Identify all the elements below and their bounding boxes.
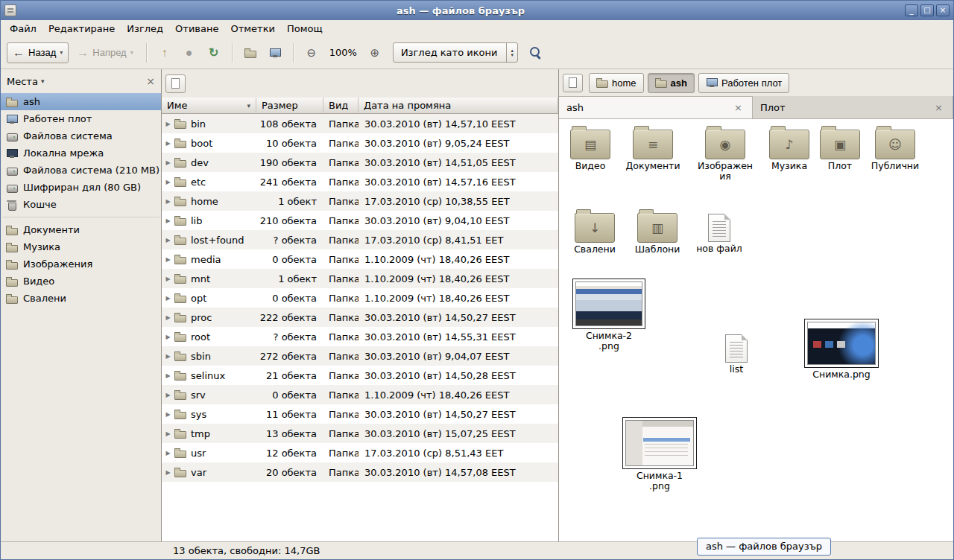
expander-icon[interactable]: ▶ <box>164 121 172 127</box>
expander-icon[interactable]: ▶ <box>164 217 172 224</box>
expander-icon[interactable]: ▶ <box>164 392 172 398</box>
column-header-date[interactable]: Дата на промяна <box>358 98 558 114</box>
sidebar-item-filesystem[interactable]: Файлова система <box>1 127 161 144</box>
back-button[interactable]: ← Назад ▾ <box>7 42 69 63</box>
icon-item-pictures[interactable]: ◉Изображения <box>694 125 756 182</box>
icon-item-public[interactable]: ☺Публични <box>864 125 926 171</box>
sidebar-item-downloads[interactable]: Свалени <box>1 290 161 307</box>
expander-icon[interactable]: ▶ <box>164 140 172 147</box>
menu-item-file[interactable]: Файл <box>4 22 42 36</box>
menu-item-bookmarks[interactable]: Отметки <box>224 22 280 36</box>
table-row[interactable]: ▶sbin272 обектаПапка30.03.2010 (вт) 9,04… <box>162 346 558 366</box>
minimize-button[interactable]: _ <box>905 4 918 16</box>
search-button[interactable] <box>525 42 547 64</box>
expander-icon[interactable]: ▶ <box>164 469 172 476</box>
expander-icon[interactable]: ▶ <box>164 334 172 340</box>
sidebar-item-filesystem-210mb[interactable]: Файлова система (210 MB) <box>1 162 161 179</box>
expander-icon[interactable]: ▶ <box>164 237 172 244</box>
table-row[interactable]: ▶lib210 обектаПапка30.03.2010 (вт) 9,04,… <box>162 211 558 230</box>
sidebar-item-local-network[interactable]: Локална мрежа <box>1 144 161 162</box>
table-row[interactable]: ▶boot10 обектаПапка30.03.2010 (вт) 9,05,… <box>162 133 558 153</box>
table-row[interactable]: ▶tmp13 обектаПапка30.03.2010 (вт) 15,07,… <box>162 424 558 443</box>
menu-item-edit[interactable]: Редактиране <box>42 22 121 36</box>
sidebar-item-trash[interactable]: Кошче <box>1 196 161 213</box>
table-row[interactable]: ▶var20 обектаПапка30.03.2010 (вт) 14,57,… <box>162 462 558 482</box>
tab-close-icon[interactable]: × <box>932 102 945 113</box>
table-row[interactable]: ▶etc241 обектаПапка30.03.2010 (вт) 14,57… <box>162 172 558 191</box>
icon-item-snimka-2[interactable]: Снимка-2.png <box>571 279 647 352</box>
icon-item-downloads[interactable]: ↓Свалени <box>563 209 626 255</box>
icon-canvas[interactable]: ▤Видео≡Документи◉Изображения♪Музика▣Плот… <box>559 119 953 541</box>
breadcrumb-home[interactable]: home <box>589 73 644 93</box>
chevron-down-icon[interactable]: ▾ <box>41 77 45 85</box>
zoom-out-button[interactable]: ⊖ <box>300 42 323 64</box>
table-row[interactable]: ▶home1 обектПапка17.03.2010 (ср) 10,38,5… <box>162 191 558 211</box>
icon-item-templates[interactable]: ▥Шаблони <box>626 209 689 255</box>
icon-item-video[interactable]: ▤Видео <box>559 125 622 171</box>
icon-item-new-file[interactable]: нов файл <box>688 209 751 254</box>
forward-button[interactable]: → Напред ▾ <box>71 42 139 63</box>
pane-options-button[interactable] <box>165 74 186 93</box>
sidebar-item-pictures[interactable]: Изображения <box>1 255 161 273</box>
expander-icon[interactable]: ▶ <box>164 450 172 456</box>
table-row[interactable]: ▶srv0 обектаПапка1.10.2009 (чт) 18,40,26… <box>162 385 558 404</box>
table-row[interactable]: ▶root? обектаПапка30.03.2010 (вт) 14,55,… <box>162 327 558 346</box>
table-row[interactable]: ▶mnt1 обектПапка1.10.2009 (чт) 18,40,26 … <box>162 269 558 288</box>
expander-icon[interactable]: ▶ <box>164 295 172 302</box>
table-row[interactable]: ▶sys11 обектаПапка30.03.2010 (вт) 14,50,… <box>162 404 558 424</box>
expander-icon[interactable]: ▶ <box>164 256 172 263</box>
column-header-type[interactable]: Вид <box>323 98 358 114</box>
table-row[interactable]: ▶usr12 обектаПапка17.03.2010 (ср) 8,51,4… <box>162 443 558 462</box>
sidebar-close-icon[interactable]: × <box>146 75 155 87</box>
sidebar-item-documents[interactable]: Документи <box>1 221 161 238</box>
sidebar-item-encrypted-80gb[interactable]: Шифриран дял (80 GB) <box>1 179 161 196</box>
expander-icon[interactable]: ▶ <box>164 372 172 379</box>
expander-icon[interactable]: ▶ <box>164 198 172 205</box>
breadcrumb-ash[interactable]: ash <box>648 73 695 93</box>
icon-item-snimka[interactable]: Снимка.png <box>802 319 881 380</box>
sidebar-item-desktop[interactable]: Работен плот <box>1 110 161 127</box>
table-row[interactable]: ▶media0 обектаПапка1.10.2009 (чт) 18,40,… <box>162 249 558 269</box>
column-header-size[interactable]: Размер <box>256 98 323 114</box>
tab-ash[interactable]: ash× <box>559 96 753 118</box>
sidebar-item-ash[interactable]: ash <box>1 93 161 110</box>
maximize-button[interactable]: □ <box>920 4 934 16</box>
icon-item-list[interactable]: list <box>705 329 768 375</box>
expander-icon[interactable]: ▶ <box>164 276 172 282</box>
expander-icon[interactable]: ▶ <box>164 159 172 166</box>
table-row[interactable]: ▶dev190 обектаПапка30.03.2010 (вт) 14,51… <box>162 153 558 172</box>
sidebar-item-music[interactable]: Музика <box>1 238 161 255</box>
expander-icon[interactable]: ▶ <box>164 314 172 321</box>
table-row[interactable]: ▶proc222 обектаПапка30.03.2010 (вт) 14,5… <box>162 308 558 327</box>
view-mode-select[interactable]: Изглед като икони ▴▾ <box>393 42 518 63</box>
title-bar[interactable]: ash — файлов браузър _ □ × <box>1 1 953 20</box>
menu-item-help[interactable]: Помощ <box>281 22 329 36</box>
table-row[interactable]: ▶opt0 обектаПапка1.10.2009 (чт) 18,40,26… <box>162 288 558 308</box>
menu-item-view[interactable]: Изглед <box>121 22 169 36</box>
table-row[interactable]: ▶lost+found? обектаПапка17.03.2010 (ср) … <box>162 230 558 249</box>
tab-plot[interactable]: Плот× <box>753 96 953 118</box>
table-row[interactable]: ▶selinux21 обектаПапка30.03.2010 (вт) 14… <box>162 366 558 385</box>
expander-icon[interactable]: ▶ <box>164 430 172 437</box>
menu-item-go[interactable]: Отиване <box>169 22 224 36</box>
close-button[interactable]: × <box>936 4 950 16</box>
expander-icon[interactable]: ▶ <box>164 353 172 360</box>
stop-button[interactable]: ● <box>178 42 200 64</box>
icon-item-desktop[interactable]: ▣Плот <box>810 125 870 171</box>
expander-icon[interactable]: ▶ <box>164 411 172 418</box>
breadcrumb-desktop[interactable]: Работен плот <box>698 73 789 93</box>
sidebar-title[interactable]: Места <box>7 76 38 87</box>
tab-close-icon[interactable]: × <box>732 102 745 113</box>
expander-icon[interactable]: ▶ <box>164 179 172 185</box>
icon-item-snimka-1[interactable]: Снимка-1.png <box>620 417 699 492</box>
up-button[interactable]: ↑ <box>154 42 176 64</box>
path-root-button[interactable] <box>563 74 583 92</box>
column-header-name[interactable]: Име▾ <box>162 98 256 114</box>
combo-spinner-icon[interactable]: ▴▾ <box>506 43 517 62</box>
computer-button[interactable] <box>264 42 286 64</box>
icon-item-documents[interactable]: ≡Документи <box>621 125 685 171</box>
sidebar-item-video[interactable]: Видео <box>1 273 161 290</box>
zoom-in-button[interactable]: ⊕ <box>364 42 386 64</box>
table-row[interactable]: ▶bin108 обектаПапка30.03.2010 (вт) 14,57… <box>162 114 558 133</box>
reload-button[interactable]: ↻ <box>203 42 225 64</box>
